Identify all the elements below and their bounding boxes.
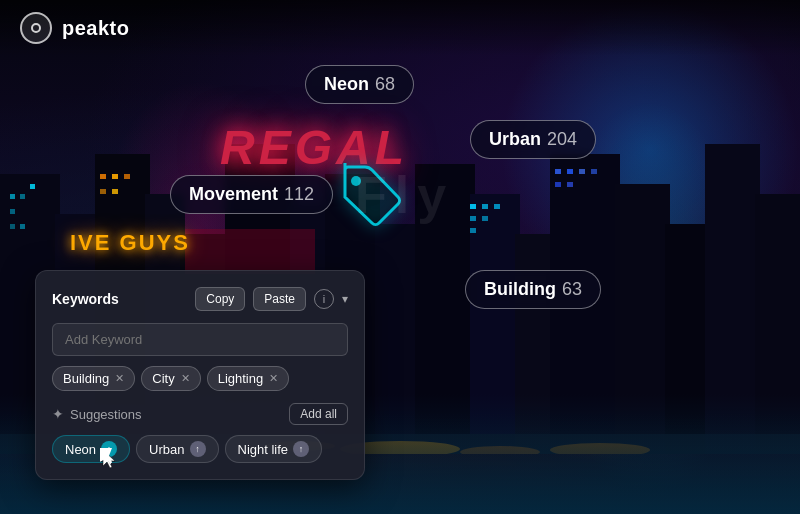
header: peakto	[0, 0, 800, 56]
five-guys-sign: IVE GUYS	[70, 230, 190, 256]
tag-label-urban: Urban	[489, 129, 541, 149]
logo-icon	[20, 12, 52, 44]
tag-label-neon: Neon	[324, 74, 369, 94]
app-title: peakto	[62, 17, 129, 40]
tag-count-building: 63	[562, 279, 582, 299]
svg-rect-18	[20, 194, 25, 199]
panel-title: Keywords	[52, 291, 187, 307]
svg-rect-26	[482, 216, 488, 221]
svg-rect-20	[30, 184, 35, 189]
tag-count-neon: 68	[375, 74, 395, 94]
tag-count-urban: 204	[547, 129, 577, 149]
keywords-panel: Keywords Copy Paste i ▾ Building ✕ City …	[35, 270, 365, 480]
tag-icon	[330, 155, 410, 235]
tag-label-movement: Movement	[189, 184, 278, 204]
sparkle-icon: ✦	[52, 406, 64, 422]
chip-label-city: City	[152, 371, 174, 386]
add-neon-icon: ↑	[101, 441, 117, 457]
keyword-chips: Building ✕ City ✕ Lighting ✕	[52, 366, 348, 391]
add-all-button[interactable]: Add all	[289, 403, 348, 425]
suggestion-chip-urban[interactable]: Urban ↑	[136, 435, 218, 463]
tag-count-movement: 112	[284, 184, 314, 204]
suggestion-chips: Neon ↑ Urban ↑ Night life ↑	[52, 435, 348, 463]
svg-rect-24	[482, 204, 488, 209]
svg-rect-31	[124, 174, 130, 179]
svg-rect-17	[10, 194, 15, 199]
suggestion-chip-nightlife[interactable]: Night life ↑	[225, 435, 323, 463]
suggestions-label: ✦ Suggestions	[52, 406, 142, 422]
chevron-down-icon[interactable]: ▾	[342, 292, 348, 306]
floating-tag-urban[interactable]: Urban204	[470, 120, 596, 159]
suggestion-label-urban: Urban	[149, 442, 184, 457]
keyword-chip-lighting: Lighting ✕	[207, 366, 290, 391]
svg-rect-39	[567, 182, 573, 187]
suggestions-text: Suggestions	[70, 407, 142, 422]
svg-rect-29	[100, 174, 106, 179]
svg-rect-22	[20, 224, 25, 229]
svg-rect-34	[555, 169, 561, 174]
svg-rect-30	[112, 174, 118, 179]
chip-label-lighting: Lighting	[218, 371, 264, 386]
svg-rect-45	[185, 229, 315, 274]
svg-rect-28	[470, 228, 476, 233]
chip-label-building: Building	[63, 371, 109, 386]
svg-rect-25	[470, 216, 476, 221]
svg-rect-37	[591, 169, 597, 174]
keyword-chip-city: City ✕	[141, 366, 200, 391]
chip-remove-building[interactable]: ✕	[115, 372, 124, 385]
svg-rect-32	[100, 189, 106, 194]
svg-rect-36	[579, 169, 585, 174]
keyword-input[interactable]	[52, 323, 348, 356]
chip-remove-lighting[interactable]: ✕	[269, 372, 278, 385]
paste-button[interactable]: Paste	[253, 287, 306, 311]
floating-tag-movement[interactable]: Movement112	[170, 175, 333, 214]
suggestion-chip-neon[interactable]: Neon ↑	[52, 435, 130, 463]
tag-label-building: Building	[484, 279, 556, 299]
suggestion-label-neon: Neon	[65, 442, 96, 457]
keyword-chip-building: Building ✕	[52, 366, 135, 391]
add-nightlife-icon: ↑	[293, 441, 309, 457]
svg-rect-27	[494, 204, 500, 209]
info-icon[interactable]: i	[314, 289, 334, 309]
logo-circle-inner	[31, 23, 41, 33]
svg-rect-35	[567, 169, 573, 174]
svg-point-46	[351, 176, 361, 186]
svg-rect-21	[10, 224, 15, 229]
floating-tag-building[interactable]: Building63	[465, 270, 601, 309]
suggestion-label-nightlife: Night life	[238, 442, 289, 457]
svg-rect-33	[112, 189, 118, 194]
add-urban-icon: ↑	[190, 441, 206, 457]
copy-button[interactable]: Copy	[195, 287, 245, 311]
svg-rect-19	[10, 209, 15, 214]
svg-rect-38	[555, 182, 561, 187]
svg-rect-23	[470, 204, 476, 209]
chip-remove-city[interactable]: ✕	[181, 372, 190, 385]
panel-header: Keywords Copy Paste i ▾	[52, 287, 348, 311]
floating-tag-neon[interactable]: Neon68	[305, 65, 414, 104]
suggestions-header: ✦ Suggestions Add all	[52, 403, 348, 425]
